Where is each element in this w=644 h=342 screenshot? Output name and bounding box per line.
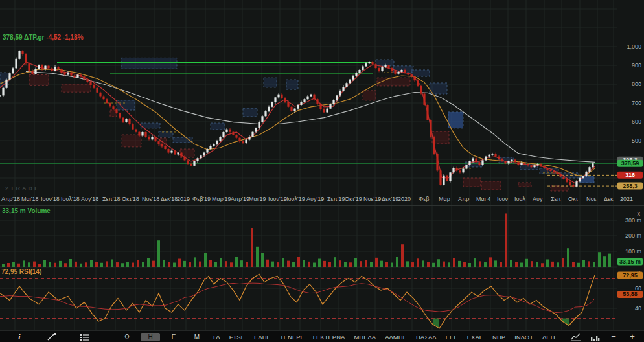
axis-tick: 100 m <box>625 248 641 255</box>
supply-zone <box>211 123 225 130</box>
demand-zone <box>377 78 410 86</box>
svg-text:53,88: 53,88 <box>623 291 638 297</box>
symbol-tab-ΓΕΚΤΕΡΝΑ[interactable]: ΓΕΚΤΕΡΝΑ <box>313 334 345 341</box>
symbol-tab-ΤΕΝΕΡΓ[interactable]: ΤΕΝΕΡΓ <box>280 334 304 341</box>
demand-zone <box>363 91 376 100</box>
svg-text:316: 316 <box>625 172 635 178</box>
line-chart-icon[interactable] <box>571 332 581 341</box>
symbol-tab-ΕΧΑΕ[interactable]: ΕΧΑΕ <box>467 334 483 341</box>
x-axis-label: 2019 <box>177 196 190 202</box>
x-axis-label: Ιουλ'18 <box>61 196 80 202</box>
toolbar-right-icons: −+ <box>571 332 638 341</box>
symbol-tab-ΝΗΡ[interactable]: ΝΗΡ <box>492 334 505 341</box>
symbol-tab-ΕΕΕ[interactable]: ΕΕΕ <box>446 334 458 341</box>
x-axis-label: Μαρ'19 <box>212 196 231 202</box>
line-chart-icon <box>571 332 581 341</box>
x-axis-label: Απρ'18 <box>1 196 20 202</box>
grid-icon[interactable] <box>79 332 89 341</box>
supply-zone <box>286 80 298 89</box>
timeframe-tab-Ε[interactable]: Ε <box>164 333 183 341</box>
chart-canvas[interactable]: 1,000900800700600500400300 m200 m100 m60… <box>0 0 644 330</box>
supply-zone <box>121 58 177 69</box>
draw-icon <box>47 332 57 341</box>
demand-zone <box>551 186 568 191</box>
supply-zone <box>393 66 413 73</box>
demand-zone <box>29 75 49 86</box>
trading-app-window: 1,000900800700600500400300 m200 m100 m60… <box>0 0 644 342</box>
x-axis-label: Απρ <box>458 196 469 202</box>
toolbar: i ΩΗΕΜΓΔFTSEΕΛΠΕΤΕΝΕΡΓΓΕΚΤΕΡΝΑΜΠΕΛΑΑΔΜΗΕ… <box>0 330 644 342</box>
x-axis-label: Φεβ'19 <box>192 196 211 202</box>
demand-zone <box>463 178 481 187</box>
platform-watermark: 2TRADE <box>5 185 40 192</box>
x-axis-label: Δεκ <box>604 196 614 202</box>
x-axis-label: Μαρ <box>439 196 450 202</box>
x-axis-label: Ιουλ <box>514 196 525 202</box>
timeframe-tab-Η[interactable]: Η <box>141 333 160 341</box>
x-axis-label: Μαι'18 <box>21 196 38 202</box>
x-axis-label: Δεκ'19 <box>382 196 398 202</box>
draw-icon[interactable] <box>47 332 57 341</box>
timeframe-tab-Ω[interactable]: Ω <box>117 333 137 341</box>
x-axis-label: 2020 <box>398 196 411 202</box>
info-icon[interactable]: i <box>14 332 25 341</box>
zoom-in-icon[interactable]: + <box>627 332 638 341</box>
x-axis-label: 2021 <box>620 196 633 202</box>
x-axis-label: Μαι 4 <box>476 196 490 202</box>
axis-tick: 1,000 <box>627 43 641 50</box>
supply-zone <box>376 60 394 66</box>
x-axis-label: Δεκ'18 <box>161 196 178 202</box>
svg-text:378,59: 378,59 <box>621 160 639 166</box>
x-axis-label: Ιουλ'19 <box>286 196 305 202</box>
toolbar-tabs: ΩΗΕΜΓΔFTSEΕΛΠΕΤΕΝΕΡΓΓΕΚΤΕΡΝΑΜΠΕΛΑΑΔΜΗΕΠΑ… <box>115 333 560 341</box>
svg-text:33,15 m: 33,15 m <box>619 258 641 265</box>
symbol-tab-ΠΑΣΑΛ[interactable]: ΠΑΣΑΛ <box>416 334 437 341</box>
demand-zone <box>518 183 531 187</box>
symbol-tab-ΜΠΕΛΑ[interactable]: ΜΠΕΛΑ <box>354 334 376 341</box>
supply-zone <box>411 70 430 76</box>
x-axis-label: Απρ'19 <box>231 196 249 202</box>
symbol-tab-ΙΝΛΟΤ[interactable]: ΙΝΛΟΤ <box>514 334 533 341</box>
svg-text:258,3: 258,3 <box>623 183 638 189</box>
symbol-tab-ΔΕΗ[interactable]: ΔΕΗ <box>542 334 555 341</box>
supply-zone <box>264 78 277 87</box>
x-axis-label: Μαι'19 <box>249 196 266 202</box>
axis-tick: 700 <box>632 100 641 106</box>
axis-tick: 800 <box>632 81 641 87</box>
toolbar-left-icons: i <box>14 332 89 341</box>
axis-tick: 500 <box>632 137 641 144</box>
x-axis-label: Νοε'19 <box>363 196 381 202</box>
symbol-tab-ΕΛΠΕ[interactable]: ΕΛΠΕ <box>254 334 271 341</box>
supply-zone <box>448 112 463 128</box>
x-axis-label: Σεπ'19 <box>327 196 345 202</box>
symbol-tab-ΑΔΜΗΕ[interactable]: ΑΔΜΗΕ <box>385 334 407 341</box>
x-axis-label: Φεβ <box>419 196 429 202</box>
supply-zone <box>580 176 594 183</box>
axis-tick: 300 m <box>625 217 641 223</box>
volume-pane-close[interactable]: x <box>638 211 641 217</box>
symbol-tab-FTSE[interactable]: FTSE <box>229 334 245 341</box>
x-axis-label: Οκτ <box>568 196 579 202</box>
x-axis-label: Σεπ <box>551 196 561 202</box>
axis-tick: 200 m <box>625 233 641 239</box>
x-axis-label: Αυγ'18 <box>81 196 98 202</box>
demand-zone <box>122 135 141 147</box>
supply-zone <box>117 100 135 110</box>
supply-zone <box>243 108 257 117</box>
svg-text:72,95: 72,95 <box>623 272 638 279</box>
timeframe-tab-Μ[interactable]: Μ <box>187 333 207 341</box>
axis-tick: 600 <box>632 119 641 125</box>
x-axis-label: Ιουν <box>497 196 508 202</box>
x-axis-label: Ιουν'19 <box>268 196 287 202</box>
symbol-tab-ΓΔ[interactable]: ΓΔ <box>213 334 220 341</box>
x-axis-label: Οκτ'19 <box>345 196 362 202</box>
x-axis-label: Οκτ'18 <box>122 196 139 202</box>
x-axis-label: Σεπ'18 <box>102 196 121 202</box>
bar-chart-icon[interactable] <box>590 332 600 341</box>
axis-tick: 40 <box>635 305 641 312</box>
x-axis-label: Νοε'18 <box>142 196 159 202</box>
x-axis-label: Αυγ <box>533 196 543 202</box>
x-axis-label: Ιουν'18 <box>41 196 60 202</box>
zoom-out-icon[interactable]: − <box>608 332 619 341</box>
grid-icon <box>79 332 89 341</box>
